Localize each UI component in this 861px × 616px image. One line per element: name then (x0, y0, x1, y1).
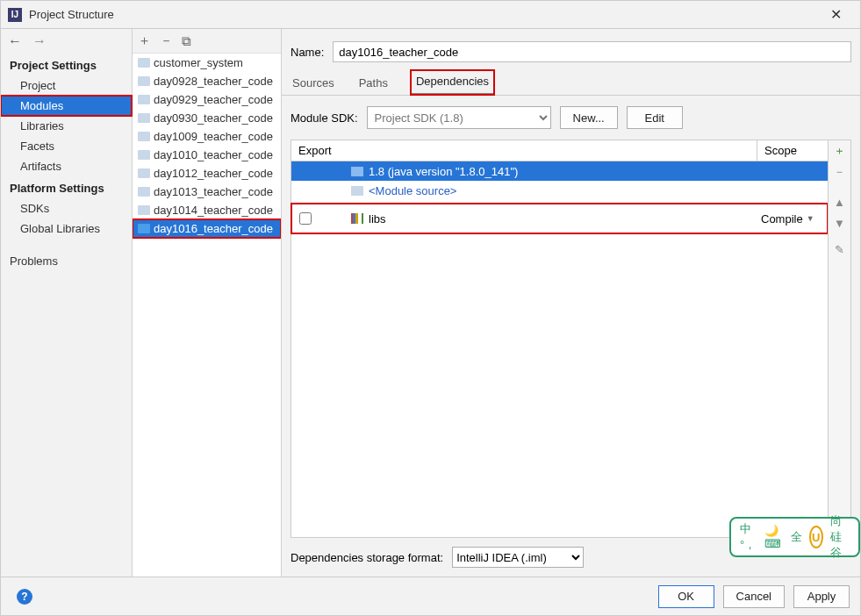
nav-facets[interactable]: Facets (1, 136, 132, 156)
dependencies-area: Export Scope 1.8 (java version "1.8.0_14… (291, 140, 851, 538)
folder-icon (138, 205, 150, 215)
module-item-label: day1010_teacher_code (154, 148, 273, 161)
module-item-label: day0928_teacher_code (154, 75, 273, 88)
move-up-icon[interactable]: ▲ (829, 191, 850, 212)
libs-export-checkbox[interactable] (299, 212, 312, 225)
module-item[interactable]: day1013_teacher_code (133, 183, 281, 201)
folder-icon (138, 113, 150, 123)
nav-arrows: ← → (1, 29, 132, 54)
cancel-button[interactable]: Cancel (723, 585, 785, 608)
folder-icon (138, 224, 150, 233)
scope-dropdown[interactable]: Compile▼ (761, 212, 814, 226)
dep-libs-label: libs (369, 212, 386, 226)
nav-global-libraries[interactable]: Global Libraries (1, 218, 132, 239)
project-settings-title: Project Settings (1, 54, 132, 75)
folder-icon (138, 150, 150, 160)
add-dependency-icon[interactable]: ＋ (829, 140, 850, 161)
close-icon[interactable]: ✕ (818, 6, 853, 23)
tab-sources[interactable]: Sources (291, 72, 336, 95)
module-item[interactable]: day1016_teacher_code (133, 219, 281, 238)
help-icon[interactable]: ? (17, 589, 32, 605)
nav-artifacts[interactable]: Artifacts (1, 156, 132, 176)
main: ← → Project Settings Project Modules Lib… (1, 29, 860, 577)
folder-icon (351, 167, 363, 176)
nav-sdks[interactable]: SDKs (1, 198, 132, 218)
storage-label: Dependencies storage format: (291, 551, 443, 564)
dep-module-source-label: <Module source> (369, 184, 456, 197)
folder-icon (138, 76, 150, 86)
folder-icon (351, 186, 363, 196)
ok-button[interactable]: OK (658, 585, 714, 608)
module-item-label: day1013_teacher_code (154, 185, 273, 198)
dep-row-libs[interactable]: libs Compile▼ (291, 204, 828, 233)
nav-project[interactable]: Project (1, 75, 132, 96)
module-item[interactable]: day1012_teacher_code (133, 164, 281, 183)
folder-icon (138, 58, 150, 68)
footer: ? OK Cancel Apply (1, 577, 860, 615)
dependencies-table: Export Scope 1.8 (java version "1.8.0_14… (291, 140, 828, 537)
dep-row-sdk[interactable]: 1.8 (java version "1.8.0_141") (291, 161, 828, 181)
scope-header[interactable]: Scope (757, 140, 828, 161)
module-item[interactable]: day1014_teacher_code (133, 201, 281, 219)
name-input[interactable] (333, 41, 851, 62)
left-nav: ← → Project Settings Project Modules Lib… (1, 29, 133, 577)
nav-problems[interactable]: Problems (1, 251, 132, 271)
folder-icon (138, 187, 150, 197)
copy-icon[interactable]: ⧉ (182, 33, 191, 49)
back-icon[interactable]: ← (8, 33, 22, 49)
folder-icon (138, 168, 150, 178)
module-item[interactable]: day1010_teacher_code (133, 146, 281, 164)
module-item[interactable]: customer_system (133, 54, 281, 72)
forward-icon[interactable]: → (32, 33, 47, 49)
window-title: Project Structure (29, 8, 818, 21)
chevron-down-icon: ▼ (807, 214, 814, 223)
module-item-label: day1009_teacher_code (154, 130, 273, 143)
watermark-logo: U (809, 526, 823, 548)
dep-header: Export Scope (291, 140, 828, 161)
module-item-label: day1014_teacher_code (154, 204, 273, 217)
folder-icon (138, 132, 150, 141)
storage-row: Dependencies storage format: IntelliJ ID… (282, 538, 860, 577)
nav-libraries[interactable]: Libraries (1, 116, 132, 136)
remove-dependency-icon[interactable]: － (829, 161, 850, 183)
watermark: 中 °， 🌙 ⌨ 全 U 尚硅谷 (729, 517, 860, 557)
nav-modules[interactable]: Modules (1, 96, 132, 116)
library-icon (351, 213, 363, 224)
module-list[interactable]: customer_systemday0928_teacher_codeday09… (133, 54, 281, 577)
sdk-edit-button[interactable]: Edit (627, 106, 683, 129)
titlebar: IJ Project Structure ✕ (1, 1, 860, 29)
module-item-label: day0929_teacher_code (154, 93, 273, 106)
module-tabs: Sources Paths Dependencies (282, 71, 860, 96)
modules-column: ＋ － ⧉ customer_systemday0928_teacher_cod… (133, 29, 282, 577)
dep-sdk-label: 1.8 (java version "1.8.0_141") (369, 165, 518, 178)
apply-button[interactable]: Apply (793, 585, 850, 608)
folder-icon (138, 95, 150, 104)
sdk-label: Module SDK: (291, 111, 358, 125)
module-item[interactable]: day0929_teacher_code (133, 90, 281, 109)
module-item[interactable]: day0928_teacher_code (133, 72, 281, 90)
edit-dependency-icon[interactable]: ✎ (829, 239, 850, 260)
module-item-label: day0930_teacher_code (154, 111, 273, 125)
move-down-icon[interactable]: ▼ (829, 212, 850, 233)
sdk-new-button[interactable]: New... (560, 106, 618, 129)
module-item-label: day1012_teacher_code (154, 167, 273, 180)
tab-dependencies[interactable]: Dependencies (411, 70, 494, 95)
sdk-row: Module SDK: Project SDK (1.8) New... Edi… (282, 96, 860, 140)
dep-sidebar: ＋ － ▲ ▼ ✎ (828, 140, 850, 537)
name-row: Name: (282, 29, 860, 71)
add-icon[interactable]: ＋ (138, 32, 151, 49)
tab-paths[interactable]: Paths (357, 72, 390, 95)
remove-icon[interactable]: － (160, 32, 173, 49)
sdk-select[interactable]: Project SDK (1.8) (367, 106, 551, 129)
platform-settings-title: Platform Settings (1, 176, 132, 198)
right-panel: Name: Sources Paths Dependencies Module … (282, 29, 860, 577)
dep-row-module-source[interactable]: <Module source> (291, 181, 828, 200)
module-item-label: day1016_teacher_code (154, 222, 273, 235)
module-item[interactable]: day0930_teacher_code (133, 109, 281, 127)
module-item[interactable]: day1009_teacher_code (133, 127, 281, 146)
storage-select[interactable]: IntelliJ IDEA (.iml) (452, 547, 584, 568)
module-item-label: customer_system (154, 56, 243, 69)
app-icon: IJ (8, 8, 22, 22)
export-header[interactable]: Export (291, 140, 757, 161)
modules-toolbar: ＋ － ⧉ (133, 29, 281, 54)
